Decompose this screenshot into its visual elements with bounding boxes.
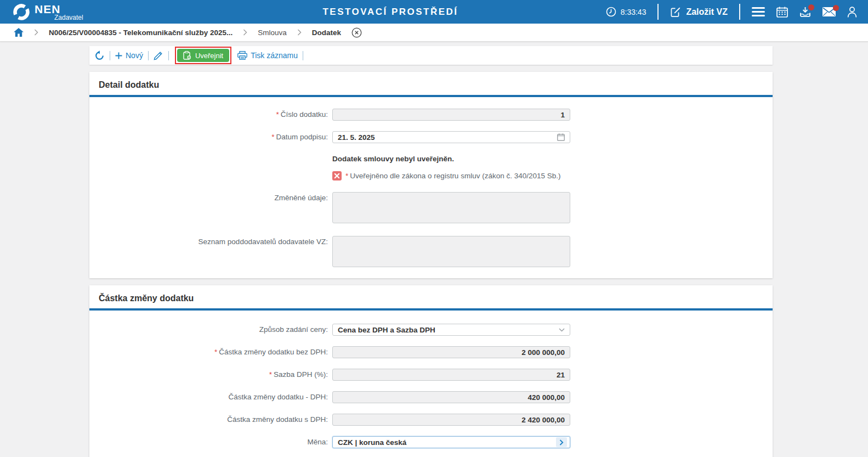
calendar-button[interactable] — [776, 7, 788, 18]
home-icon — [14, 28, 24, 37]
zmenene-udaje-label: Změněné údaje: — [89, 192, 332, 223]
print-button[interactable]: Tisk záznamu — [237, 51, 298, 60]
required-mark: * — [345, 172, 348, 180]
seznam-poddodavatelu-textarea — [332, 236, 570, 267]
unchecked-x-icon — [334, 173, 340, 179]
detail-dodatku-section: Detail dodatku *Číslo dodatku: 1 *Datum … — [89, 72, 773, 278]
publication-status-note: Dodatek smlouvy nebyl uveřejněn. — [332, 154, 454, 163]
required-mark: * — [214, 348, 217, 356]
divider — [110, 51, 110, 60]
registr-smluv-label: *Uveřejněno dle zákona o registru smluv … — [345, 172, 560, 180]
mena-row: Měna: CZK | koruna česká — [89, 436, 773, 448]
castka-s-dph-field: 2 420 000,00 — [332, 414, 570, 426]
castka-dph-field: 420 000,00 — [332, 391, 570, 403]
menu-icon — [752, 7, 765, 16]
divider — [148, 51, 149, 60]
zpusob-zadani-select[interactable]: Cena bez DPH a Sazba DPH — [332, 324, 570, 336]
divider — [739, 4, 740, 20]
sazba-dph-label: *Sazba DPH (%): — [89, 369, 332, 381]
breadcrumb-item-smlouva[interactable]: Smlouva — [258, 29, 287, 37]
messages-notification-dot — [833, 5, 839, 11]
breadcrumb-item-dodatek[interactable]: Dodatek — [312, 29, 341, 37]
castka-s-dph-label: Částka změny dodatku s DPH: — [89, 414, 332, 426]
zmenene-udaje-textarea — [332, 192, 570, 223]
user-icon — [847, 7, 857, 18]
registr-smluv-row: *Uveřejněno dle zákona o registru smluv … — [89, 171, 773, 180]
divider — [168, 51, 169, 60]
edit-square-icon — [670, 7, 681, 18]
refresh-icon — [94, 50, 105, 61]
publish-button-label: Uveřejnit — [195, 52, 223, 60]
zmenene-udaje-row: Změněné údaje: — [89, 192, 773, 223]
record-toolbar: Nový Uveř — [89, 46, 773, 65]
breadcrumb: N006/25/V00004835 - Telekomunikační služ… — [0, 24, 868, 42]
messages-button[interactable] — [822, 7, 836, 16]
castka-bez-dph-row: *Částka změny dodatku bez DPH: 2 000 000… — [89, 346, 773, 358]
clock-icon — [606, 7, 616, 17]
annotation-highlight-box: Uveřejnit — [175, 47, 231, 64]
sazba-dph-field: 21 — [332, 369, 570, 381]
print-button-label: Tisk záznamu — [251, 51, 298, 60]
brand-name: NEN — [35, 3, 83, 15]
dropdown-chevron-icon — [559, 328, 565, 332]
publish-icon — [183, 51, 191, 60]
environment-title: TESTOVACÍ PROSTŘEDÍ — [322, 7, 458, 18]
close-icon — [351, 27, 362, 38]
divider — [657, 4, 659, 20]
divider — [303, 51, 303, 60]
breadcrumb-item-procurement[interactable]: N006/25/V00004835 - Telekomunikační služ… — [49, 29, 232, 37]
close-tab-button[interactable] — [351, 27, 362, 38]
chevron-right-icon — [297, 29, 302, 36]
castka-bez-dph-label: *Částka změny dodatku bez DPH: — [89, 346, 332, 358]
required-mark: * — [271, 133, 274, 141]
seznam-poddodavatelu-label: Seznam poddodavatelů dodavatele VZ: — [89, 236, 332, 267]
datum-podpisu-row: *Datum podpisu: 21. 5. 2025 — [89, 131, 773, 143]
create-vz-button[interactable]: Založit VZ — [670, 7, 728, 18]
mena-detail-button[interactable] — [556, 437, 567, 447]
session-clock: 8:33:43 — [606, 7, 646, 17]
publish-button[interactable]: Uveřejnit — [177, 49, 229, 62]
pencil-icon — [154, 50, 163, 60]
home-button[interactable] — [14, 28, 24, 37]
create-vz-label: Založit VZ — [686, 7, 728, 17]
user-profile-button[interactable] — [847, 7, 857, 18]
brand-subtitle: Zadavatel — [54, 14, 83, 21]
mena-label: Měna: — [89, 436, 332, 448]
zpusob-zadani-label: Způsob zadání ceny: — [89, 324, 332, 336]
inbox-notification-dot — [808, 4, 814, 10]
refresh-button[interactable] — [94, 50, 105, 61]
datum-podpisu-label: *Datum podpisu: — [89, 131, 332, 143]
nen-logo[interactable]: NEN Zadavatel — [12, 3, 83, 21]
registr-smluv-checkbox[interactable] — [332, 171, 342, 180]
menu-button[interactable] — [752, 7, 765, 16]
castka-dph-row: Částka změny dodatku - DPH: 420 000,00 — [89, 391, 773, 403]
top-header-bar: NEN Zadavatel TESTOVACÍ PROSTŘEDÍ 8:33:4… — [0, 0, 868, 24]
main-content: Nový Uveř — [89, 46, 773, 457]
required-mark: * — [276, 110, 279, 119]
required-mark: * — [269, 370, 272, 379]
castka-dph-label: Částka změny dodatku - DPH: — [89, 391, 332, 403]
inbox-download-button[interactable] — [799, 7, 811, 18]
section-title: Detail dodatku — [89, 72, 773, 95]
seznam-poddodavatelu-row: Seznam poddodavatelů dodavatele VZ: — [89, 236, 773, 267]
section-title: Částka změny dodatku — [89, 285, 773, 308]
chevron-right-icon — [34, 29, 38, 36]
clock-time: 8:33:43 — [621, 8, 646, 16]
plus-icon — [115, 52, 122, 59]
new-button[interactable]: Nový — [115, 51, 143, 60]
zpusob-zadani-row: Způsob zadání ceny: Cena bez DPH a Sazba… — [89, 324, 773, 336]
castka-s-dph-row: Částka změny dodatku s DPH: 2 420 000,00 — [89, 414, 773, 426]
castka-zmeny-section: Částka změny dodatku Způsob zadání ceny:… — [89, 285, 773, 457]
mena-field[interactable]: CZK | koruna česká — [332, 436, 570, 448]
sazba-dph-row: *Sazba DPH (%): 21 — [89, 369, 773, 381]
print-icon — [237, 51, 247, 60]
datum-podpisu-field[interactable]: 21. 5. 2025 — [332, 131, 570, 143]
cislo-dodatku-field: 1 — [332, 109, 570, 121]
new-button-label: Nový — [126, 51, 143, 60]
status-note-row: Dodatek smlouvy nebyl uveřejněn. — [89, 154, 773, 163]
castka-bez-dph-field: 2 000 000,00 — [332, 346, 570, 358]
calendar-icon — [776, 7, 788, 18]
edit-button[interactable] — [154, 50, 163, 60]
nen-logo-icon — [12, 3, 31, 21]
calendar-field-icon[interactable] — [557, 133, 565, 141]
